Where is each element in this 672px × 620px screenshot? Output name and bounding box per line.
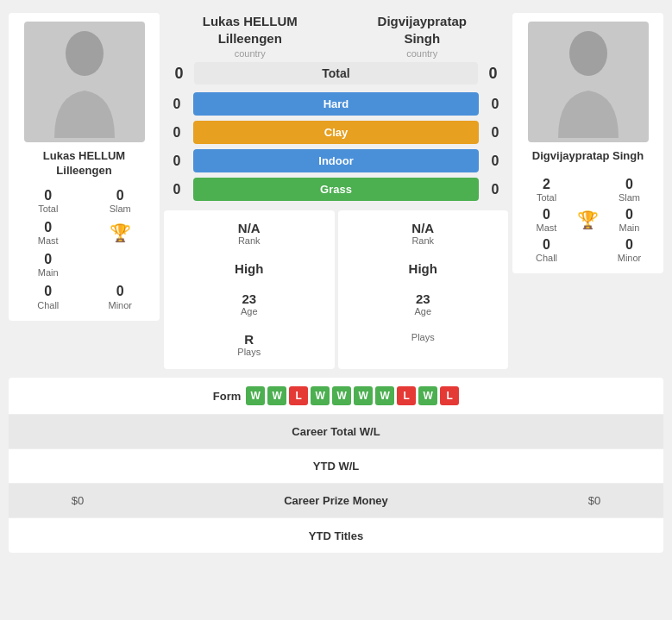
middle-stat-boxes: N/A Rank High 23 Age R Plays <box>164 210 508 369</box>
form-label: Form W W L W W W W L W L <box>147 378 525 414</box>
ytd-wl-label: YTD W/L <box>147 451 525 481</box>
right-high-box: High <box>343 258 504 279</box>
left-main-stat: 0 Main <box>16 251 81 278</box>
left-player-card: Lukas HELLUM Lilleengen 0 Total 0 Slam 0… <box>9 13 160 321</box>
form-left-val <box>9 387 147 404</box>
prize-row: $0 Career Prize Money $0 <box>9 484 663 518</box>
right-trophy: 🏆 <box>577 206 599 233</box>
form-badges: W W L W W W W L W L <box>246 386 459 405</box>
left-minor-stat: 0 Minor <box>88 283 154 310</box>
form-badge-1: W <box>267 386 286 405</box>
prize-label: Career Prize Money <box>147 485 525 516</box>
prize-left: $0 <box>9 485 147 516</box>
ytd-titles-left <box>9 527 147 544</box>
surface-row-clay: 0 Clay 0 <box>164 121 508 144</box>
surfaces-container: 0 Hard 0 0 Clay 0 0 Indoor 0 0 Grass <box>164 89 508 206</box>
form-badge-3: W <box>311 386 330 405</box>
center-column: Lukas HELLUM Lilleengen country Digvijay… <box>164 13 508 369</box>
form-badge-9: L <box>440 386 459 405</box>
right-rank-box: N/A Rank <box>343 217 504 249</box>
career-wl-left <box>9 423 147 441</box>
right-age-box: 23 Age <box>343 288 504 320</box>
surface-row-indoor: 0 Indoor 0 <box>164 149 508 172</box>
total-label: Total <box>194 62 478 85</box>
career-wl-row: Career Total W/L <box>9 415 663 449</box>
left-age-box: 23 Age <box>169 288 330 320</box>
right-chall-stat: 0 Chall <box>519 236 574 263</box>
right-total-stat: 2 Total <box>519 176 574 203</box>
left-mast-stat: 0 Mast <box>16 219 81 246</box>
left-stats-grid: 0 Total 0 Slam 0 Mast 🏆 0 Main <box>16 187 153 310</box>
form-badge-0: W <box>246 386 265 405</box>
main-container: Lukas HELLUM Lilleengen 0 Total 0 Slam 0… <box>0 0 672 553</box>
ytd-wl-left <box>9 458 147 475</box>
svg-point-0 <box>66 31 104 76</box>
left-trophy: 🏆 <box>88 219 154 246</box>
form-badge-2: L <box>289 386 308 405</box>
right-slam-stat: 0 Slam <box>602 176 656 203</box>
form-row: Form W W L W W W W L W L <box>9 378 663 415</box>
right-player-card: Digvijaypratap Singh 2 Total 0 Slam 0 Ma… <box>512 13 663 273</box>
form-badge-4: W <box>332 386 351 405</box>
left-total-stat: 0 Total <box>16 187 81 214</box>
ytd-titles-label: YTD Titles <box>147 521 525 551</box>
hard-button[interactable]: Hard <box>193 92 479 116</box>
players-section: Lukas HELLUM Lilleengen 0 Total 0 Slam 0… <box>0 0 672 378</box>
indoor-button[interactable]: Indoor <box>193 149 479 172</box>
center-right-name: Digvijaypratap Singh country <box>336 13 509 59</box>
clay-button[interactable]: Clay <box>193 121 479 144</box>
trophy-icon: 🏆 <box>110 222 131 243</box>
form-right-val <box>525 387 663 404</box>
career-wl-right <box>525 423 663 441</box>
surface-row-grass: 0 Grass 0 <box>164 178 508 201</box>
surface-row-hard: 0 Hard 0 <box>164 92 508 116</box>
prize-right: $0 <box>525 485 663 516</box>
left-slam-stat: 0 Slam <box>88 187 154 214</box>
grass-button[interactable]: Grass <box>193 178 479 201</box>
form-badge-6: W <box>375 386 394 405</box>
left-chall-stat: 0 Chall <box>16 283 81 310</box>
left-player-avatar <box>24 22 145 142</box>
right-main-stat: 0 Main <box>602 206 656 233</box>
form-row-inner: Form W W L W W W W L W L <box>154 386 518 405</box>
left-high-box: High <box>169 258 330 279</box>
right-stats-grid: 2 Total 0 Slam 0 Mast 🏆 0 Main <box>519 176 656 264</box>
form-badge-5: W <box>354 386 373 405</box>
form-badge-8: W <box>418 386 437 405</box>
center-left-name: Lukas HELLUM Lilleengen country <box>164 13 336 59</box>
right-middle-stats: N/A Rank High 23 Age Plays <box>338 210 509 369</box>
left-rank-box: N/A Rank <box>169 217 330 249</box>
form-badge-7: L <box>397 386 416 405</box>
total-row: 0 Total 0 <box>164 62 508 85</box>
ytd-wl-row: YTD W/L <box>9 449 663 484</box>
bottom-section: Form W W L W W W W L W L <box>9 378 663 553</box>
center-names-row: Lukas HELLUM Lilleengen country Digvijay… <box>164 13 508 59</box>
ytd-wl-right <box>525 458 663 475</box>
right-mast-stat: 0 Mast <box>519 206 574 233</box>
trophy-icon-right: 🏆 <box>577 210 599 230</box>
left-middle-stats: N/A Rank High 23 Age R Plays <box>164 210 335 369</box>
left-player-name: Lukas HELLUM Lilleengen <box>43 149 125 178</box>
left-avatar-silhouette <box>46 26 123 138</box>
ytd-titles-row: YTD Titles <box>9 518 663 553</box>
ytd-titles-right <box>525 527 663 544</box>
right-plays-box: Plays <box>343 329 504 346</box>
svg-point-1 <box>569 31 607 76</box>
right-player-name: Digvijaypratap Singh <box>532 149 644 164</box>
right-player-avatar <box>528 22 649 142</box>
left-plays-box: R Plays <box>169 329 330 360</box>
right-avatar-silhouette <box>550 26 627 138</box>
career-wl-label: Career Total W/L <box>147 416 525 447</box>
right-minor-stat: 0 Minor <box>602 236 656 263</box>
